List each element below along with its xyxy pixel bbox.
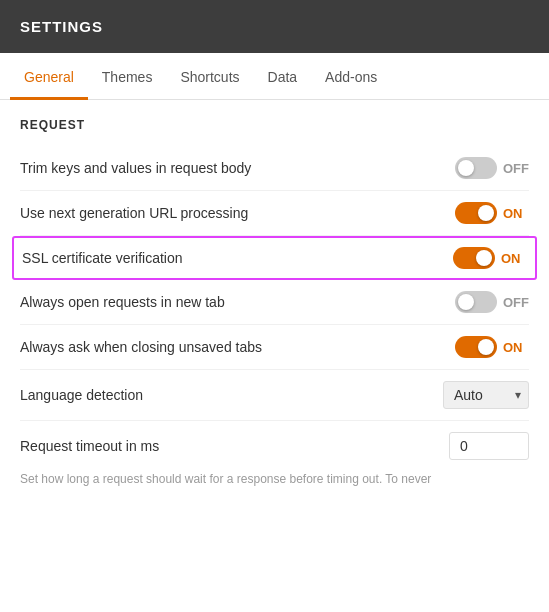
trim-keys-label: Trim keys and values in request body: [20, 160, 455, 176]
setting-row-timeout: Request timeout in ms Set how long a req…: [20, 421, 529, 488]
settings-content: REQUEST Trim keys and values in request …: [0, 100, 549, 488]
lang-detect-select-wrap: Auto Manual Off ▾: [443, 381, 529, 409]
ssl-cert-control: ON: [453, 247, 527, 269]
next-gen-url-control: ON: [455, 202, 529, 224]
tab-themes[interactable]: Themes: [88, 55, 167, 100]
ssl-cert-state: ON: [501, 251, 527, 266]
setting-row-ask-closing: Always ask when closing unsaved tabs ON: [20, 325, 529, 370]
timeout-input[interactable]: [449, 432, 529, 460]
setting-row-open-new-tab: Always open requests in new tab OFF: [20, 280, 529, 325]
setting-row-lang-detect: Language detection Auto Manual Off ▾: [20, 370, 529, 421]
ask-closing-label: Always ask when closing unsaved tabs: [20, 339, 455, 355]
trim-keys-state: OFF: [503, 161, 529, 176]
trim-keys-control: OFF: [455, 157, 529, 179]
next-gen-url-label: Use next generation URL processing: [20, 205, 455, 221]
tab-data[interactable]: Data: [254, 55, 312, 100]
tabs-bar: General Themes Shortcuts Data Add-ons: [0, 55, 549, 100]
setting-row-trim-keys: Trim keys and values in request body OFF: [20, 146, 529, 191]
setting-row-next-gen-url: Use next generation URL processing ON: [20, 191, 529, 236]
ssl-cert-label: SSL certificate verification: [22, 250, 453, 266]
ask-closing-state: ON: [503, 340, 529, 355]
trim-keys-toggle[interactable]: [455, 157, 497, 179]
lang-detect-label: Language detection: [20, 387, 443, 403]
lang-detect-select[interactable]: Auto Manual Off: [443, 381, 529, 409]
open-new-tab-control: OFF: [455, 291, 529, 313]
header: SETTINGS: [0, 0, 549, 53]
ssl-cert-toggle[interactable]: [453, 247, 495, 269]
tab-addons[interactable]: Add-ons: [311, 55, 391, 100]
next-gen-url-toggle[interactable]: [455, 202, 497, 224]
tab-general[interactable]: General: [10, 55, 88, 100]
ask-closing-control: ON: [455, 336, 529, 358]
lang-detect-control: Auto Manual Off ▾: [443, 381, 529, 409]
section-title-request: REQUEST: [20, 118, 529, 132]
page-title: SETTINGS: [20, 18, 103, 35]
open-new-tab-toggle[interactable]: [455, 291, 497, 313]
setting-row-ssl-cert: SSL certificate verification ON: [12, 236, 537, 280]
ask-closing-toggle[interactable]: [455, 336, 497, 358]
timeout-subtext: Set how long a request should wait for a…: [20, 470, 529, 488]
timeout-label: Request timeout in ms: [20, 438, 449, 454]
next-gen-url-state: ON: [503, 206, 529, 221]
open-new-tab-state: OFF: [503, 295, 529, 310]
tab-shortcuts[interactable]: Shortcuts: [166, 55, 253, 100]
timeout-control: [449, 432, 529, 460]
open-new-tab-label: Always open requests in new tab: [20, 294, 455, 310]
